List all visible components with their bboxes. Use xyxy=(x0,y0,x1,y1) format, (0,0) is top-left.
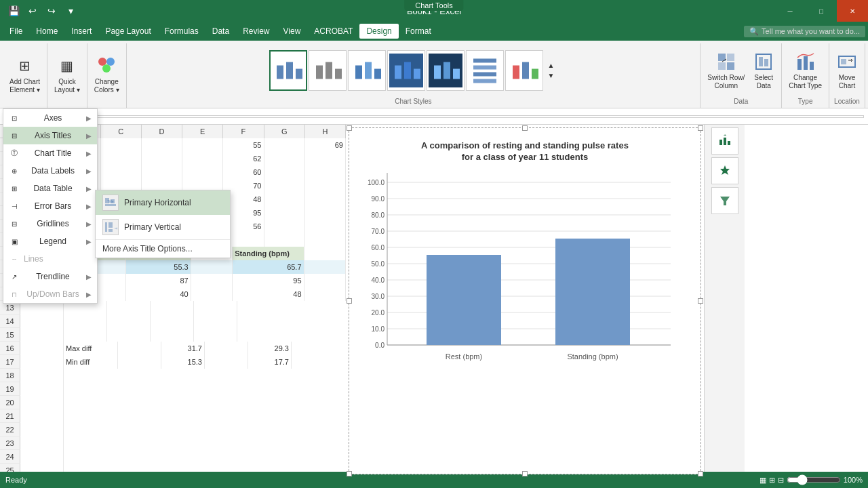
qa-dropdown-icon[interactable]: ▾ xyxy=(62,3,79,19)
cell-c13[interactable] xyxy=(107,301,151,314)
chart-container[interactable]: A comparison of resting and standing pul… xyxy=(349,127,701,474)
minimize-button[interactable]: ─ xyxy=(774,0,806,22)
col-D[interactable]: D xyxy=(142,125,182,138)
cell-a15[interactable] xyxy=(20,328,64,342)
cell-c16[interactable] xyxy=(118,342,161,355)
submenu-primary-horizontal[interactable]: Title Primary Horizontal xyxy=(96,190,230,215)
cell-c12[interactable]: 40 xyxy=(126,287,191,301)
cell-h3[interactable] xyxy=(305,165,346,179)
cell-h4[interactable] xyxy=(305,179,346,192)
chart-handle-bl[interactable] xyxy=(347,471,352,476)
dropdown-trendline[interactable]: ↗ Trendline ▶ xyxy=(3,268,97,285)
change-chart-type-button[interactable]: ChangeChart Type xyxy=(786,49,825,92)
select-data-button[interactable]: SelectData xyxy=(750,49,777,92)
cell-e3[interactable] xyxy=(182,165,223,179)
switch-row-column-button[interactable]: Switch Row/Column xyxy=(705,49,747,92)
cell-g2[interactable] xyxy=(264,152,305,165)
col-E[interactable]: E xyxy=(182,125,223,138)
cell-g4[interactable] xyxy=(264,179,305,192)
menu-formulas[interactable]: Formulas xyxy=(158,24,205,39)
cell-d11[interactable] xyxy=(191,274,233,287)
cell-e15[interactable] xyxy=(194,328,237,342)
cell-e11[interactable]: 95 xyxy=(233,274,304,287)
view-normal-icon[interactable]: ▦ xyxy=(760,476,766,485)
chart-style-7[interactable] xyxy=(505,50,543,91)
cell-b17[interactable]: Min diff xyxy=(64,355,118,369)
chart-handle-br[interactable] xyxy=(698,471,703,476)
cell-e12[interactable]: 48 xyxy=(233,287,304,301)
cell-d13[interactable] xyxy=(151,301,194,314)
menu-page-layout[interactable]: Page Layout xyxy=(98,24,157,39)
cell-c11[interactable]: 87 xyxy=(126,274,191,287)
cell-d2[interactable] xyxy=(142,152,182,165)
cell-c1[interactable] xyxy=(101,138,142,152)
move-chart-button[interactable]: MoveChart xyxy=(833,49,861,92)
cell-h2[interactable] xyxy=(305,152,346,165)
cell-h7[interactable] xyxy=(305,220,346,233)
submenu-more-options[interactable]: More Axis Title Options... xyxy=(96,239,230,258)
cell-g1[interactable] xyxy=(264,138,305,152)
cell-b16[interactable]: Max diff xyxy=(64,342,118,355)
cell-d3[interactable] xyxy=(142,165,182,179)
chart-filters-panel-button[interactable] xyxy=(711,187,738,214)
chart-elements-panel-button[interactable]: + xyxy=(711,127,738,155)
cell-d12[interactable] xyxy=(191,287,233,301)
redo-icon[interactable]: ↪ xyxy=(43,3,60,19)
chart-handle-bm[interactable] xyxy=(522,471,528,476)
cell-h8[interactable] xyxy=(305,233,346,247)
chart-style-1[interactable] xyxy=(269,50,307,91)
close-button[interactable]: ✕ xyxy=(837,0,868,22)
chart-handle-ml[interactable] xyxy=(347,298,352,304)
chart-title[interactable]: A comparison of resting and standing pul… xyxy=(356,135,694,166)
view-layout-icon[interactable]: ⊞ xyxy=(769,476,775,485)
cell-d16[interactable]: 31.7 xyxy=(161,342,205,355)
menu-view[interactable]: View xyxy=(277,24,308,39)
cell-a14[interactable] xyxy=(20,314,64,328)
cell-f2[interactable]: 62 xyxy=(223,152,264,165)
chart-handle-tr[interactable] xyxy=(698,125,703,131)
dropdown-axes[interactable]: ⊡ Axes ▶ xyxy=(3,109,97,127)
cell-e13[interactable] xyxy=(194,301,237,314)
quick-layout-button[interactable]: ▦ QuickLayout ▾ xyxy=(52,54,83,96)
menu-format[interactable]: Format xyxy=(399,24,438,39)
chart-style-5[interactable] xyxy=(427,50,465,91)
cell-e14[interactable] xyxy=(194,314,237,328)
cell-e10[interactable]: 65.7 xyxy=(233,260,304,274)
cell-c2[interactable] xyxy=(101,152,142,165)
chart-style-6[interactable] xyxy=(466,50,504,91)
cell-c3[interactable] xyxy=(101,165,142,179)
chart-styles-panel-button[interactable] xyxy=(711,157,738,184)
cell-h6[interactable] xyxy=(305,206,346,220)
cell-h1[interactable]: 69 xyxy=(305,138,346,152)
cell-f9[interactable] xyxy=(304,247,346,260)
col-C[interactable]: C xyxy=(101,125,142,138)
dropdown-chart-title[interactable]: Ⓣ Chart Title ▶ xyxy=(3,144,97,162)
chart-style-3[interactable] xyxy=(348,50,386,91)
cell-g5[interactable] xyxy=(264,192,305,206)
cell-d17[interactable]: 15.3 xyxy=(161,355,205,369)
cell-f1[interactable]: 55 xyxy=(223,138,264,152)
dropdown-data-labels[interactable]: ⊕ Data Labels ▶ xyxy=(3,162,97,180)
cell-f11[interactable] xyxy=(304,274,346,287)
submenu-primary-vertical[interactable]: T Primary Vertical xyxy=(96,215,230,239)
cell-f17[interactable]: 17.7 xyxy=(248,355,292,369)
cell-g6[interactable] xyxy=(264,206,305,220)
cell-c15[interactable] xyxy=(107,328,151,342)
cell-f10[interactable] xyxy=(304,260,346,274)
menu-review[interactable]: Review xyxy=(236,24,276,39)
menu-home[interactable]: Home xyxy=(29,24,64,39)
formula-input[interactable] xyxy=(73,115,864,118)
cell-c17[interactable] xyxy=(118,355,161,369)
dropdown-axis-titles[interactable]: ⊟ Axis Titles ▶ xyxy=(3,127,97,144)
cell-d1[interactable] xyxy=(142,138,182,152)
gallery-scroll-down[interactable]: ▼ xyxy=(545,70,557,81)
cell-e16[interactable] xyxy=(205,342,248,355)
cell-b14[interactable] xyxy=(64,314,107,328)
chart-handle-mr[interactable] xyxy=(698,298,703,304)
dropdown-data-table[interactable]: ⊞ Data Table ▶ xyxy=(3,180,97,197)
cell-f12[interactable] xyxy=(304,287,346,301)
cell-d14[interactable] xyxy=(151,314,194,328)
view-break-icon[interactable]: ⊟ xyxy=(778,476,784,485)
change-colors-button[interactable]: ChangeColors ▾ xyxy=(92,54,122,96)
dropdown-legend[interactable]: ▣ Legend ▶ xyxy=(3,232,97,250)
